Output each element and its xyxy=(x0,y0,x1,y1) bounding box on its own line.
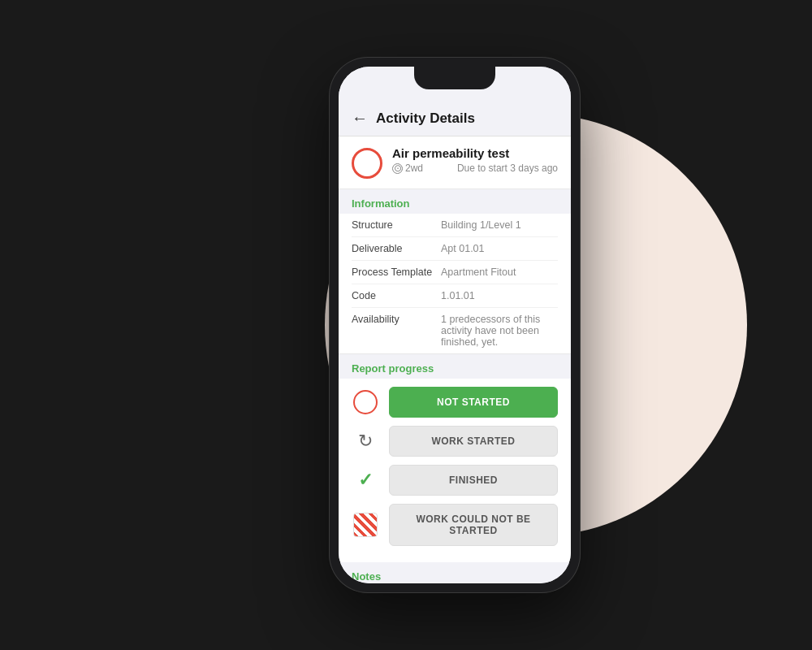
phone-device: ← Activity Details Air permeability test… xyxy=(329,57,581,593)
activity-duration: ⊙ 2wd xyxy=(392,162,423,174)
activity-title: Air permeability test xyxy=(392,146,558,160)
activity-info: Air permeability test ⊙ 2wd Due to start… xyxy=(392,146,558,174)
notes-title: Notes xyxy=(352,570,381,583)
report-progress-title: Report progress xyxy=(352,362,434,375)
info-value-deliverable: Apt 01.01 xyxy=(441,243,558,254)
stripes-icon xyxy=(353,513,378,537)
work-started-icon: ↻ xyxy=(352,427,379,455)
info-row-process-template: Process Template Apartment Fitout xyxy=(352,261,558,284)
refresh-icon: ↻ xyxy=(358,431,373,452)
report-progress-section: NOT STARTED ↻ WORK STARTED ✓ xyxy=(339,379,571,562)
activity-status-icon xyxy=(352,148,382,179)
information-section-header: Information xyxy=(339,189,571,214)
info-value-code: 1.01.01 xyxy=(441,290,558,301)
finished-button[interactable]: FINISHED xyxy=(389,465,558,496)
info-row-deliverable: Deliverable Apt 01.01 xyxy=(352,237,558,261)
circle-empty-icon xyxy=(353,390,378,414)
not-started-icon xyxy=(352,388,379,416)
info-value-structure: Building 1/Level 1 xyxy=(441,219,558,231)
option-not-started: NOT STARTED xyxy=(352,387,558,418)
could-not-start-icon xyxy=(352,511,379,539)
info-label-deliverable: Deliverable xyxy=(352,243,441,254)
activity-due-date: Due to start 3 days ago xyxy=(457,162,558,174)
info-row-structure: Structure Building 1/Level 1 xyxy=(352,214,558,237)
info-label-availability: Availability xyxy=(352,314,441,325)
page-title: Activity Details xyxy=(376,110,475,127)
not-started-button[interactable]: NOT STARTED xyxy=(389,387,558,418)
info-label-process-template: Process Template xyxy=(352,266,441,278)
option-work-started: ↻ WORK STARTED xyxy=(352,426,558,457)
information-table: Structure Building 1/Level 1 Deliverable… xyxy=(339,214,571,354)
back-button[interactable]: ← xyxy=(352,109,368,128)
info-label-structure: Structure xyxy=(352,219,441,231)
phone-wrapper: ← Activity Details Air permeability test… xyxy=(329,57,581,593)
report-progress-section-header: Report progress xyxy=(339,354,571,379)
phone-screen: ← Activity Details Air permeability test… xyxy=(339,67,571,583)
phone-notch xyxy=(414,67,495,89)
finished-icon: ✓ xyxy=(352,466,379,494)
work-started-button[interactable]: WORK STARTED xyxy=(389,426,558,457)
clock-icon: ⊙ xyxy=(392,163,403,174)
information-title: Information xyxy=(352,197,410,210)
info-label-code: Code xyxy=(352,290,441,301)
activity-card: Air permeability test ⊙ 2wd Due to start… xyxy=(339,136,571,189)
could-not-start-button[interactable]: WORK COULD NOT BE STARTED xyxy=(389,504,558,546)
activity-meta: ⊙ 2wd Due to start 3 days ago xyxy=(392,162,558,174)
info-row-code: Code 1.01.01 xyxy=(352,284,558,308)
option-finished: ✓ FINISHED xyxy=(352,465,558,496)
info-value-availability: 1 predecessors of this activity have not… xyxy=(441,314,558,348)
screen-content[interactable]: Air permeability test ⊙ 2wd Due to start… xyxy=(339,136,571,583)
check-icon: ✓ xyxy=(358,470,373,491)
info-value-process-template: Apartment Fitout xyxy=(441,266,558,278)
notes-section-header: Notes xyxy=(339,562,571,583)
info-row-availability: Availability 1 predecessors of this acti… xyxy=(352,308,558,353)
option-could-not-start: WORK COULD NOT BE STARTED xyxy=(352,504,558,546)
